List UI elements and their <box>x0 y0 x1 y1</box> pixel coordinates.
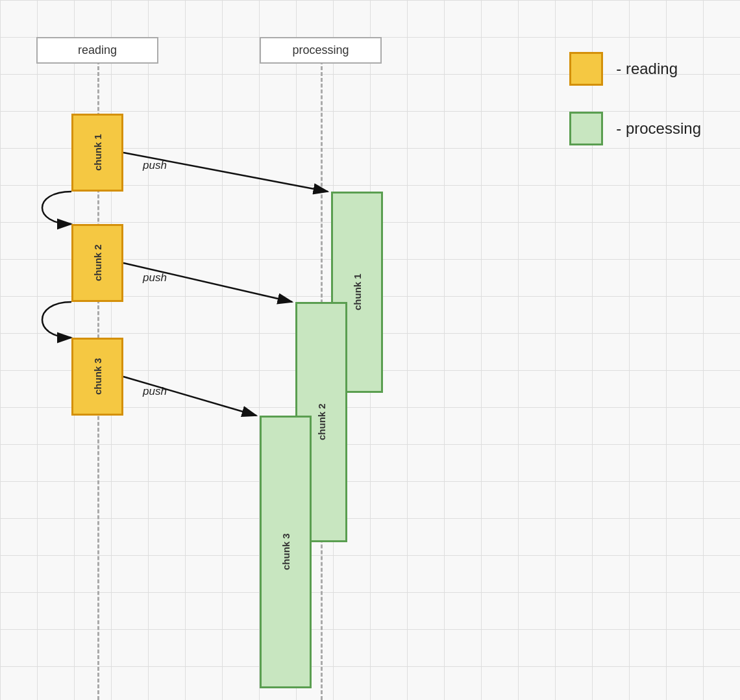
legend: - reading - processing <box>569 52 701 145</box>
legend-item-reading: - reading <box>569 52 701 86</box>
processing-chunk-3: chunk 3 <box>260 416 312 688</box>
column-label-processing: processing <box>260 37 382 64</box>
arrow-label-2: push <box>143 271 167 284</box>
legend-box-processing <box>569 112 603 145</box>
legend-label-reading: - reading <box>616 60 678 78</box>
reading-chunk-3: chunk 3 <box>71 338 123 416</box>
arrow-label-3: push <box>143 385 167 398</box>
arrow-label-1: push <box>143 159 167 172</box>
legend-item-processing: - processing <box>569 112 701 145</box>
reading-chunk-1: chunk 1 <box>71 114 123 192</box>
legend-box-reading <box>569 52 603 86</box>
reading-chunk-2: chunk 2 <box>71 224 123 302</box>
column-label-reading: reading <box>36 37 158 64</box>
legend-label-processing: - processing <box>616 119 701 138</box>
